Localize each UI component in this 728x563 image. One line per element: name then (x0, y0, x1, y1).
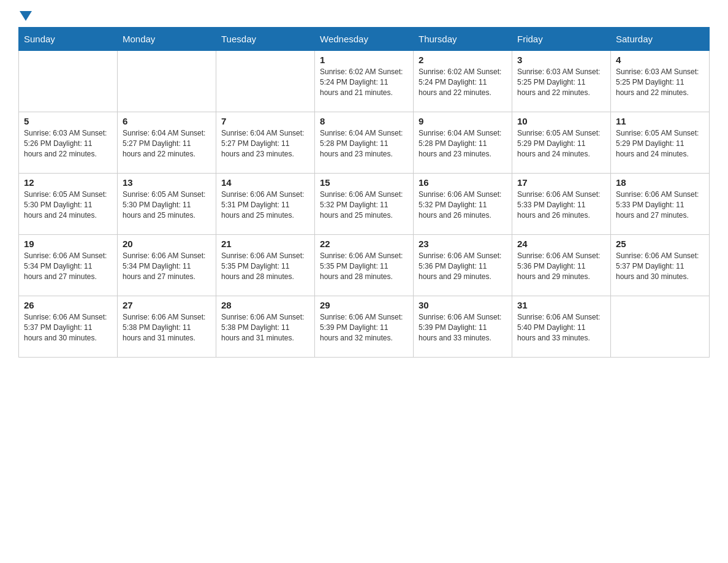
day-info: Sunrise: 6:06 AM Sunset: 5:39 PM Dayligh… (320, 312, 408, 343)
day-number: 21 (221, 239, 309, 249)
day-info: Sunrise: 6:05 AM Sunset: 5:30 PM Dayligh… (123, 190, 211, 220)
calendar-cell: 1Sunrise: 6:02 AM Sunset: 5:24 PM Daylig… (315, 51, 414, 112)
header-tuesday: Tuesday (216, 28, 315, 51)
day-number: 7 (221, 116, 309, 126)
day-number: 26 (24, 300, 112, 310)
calendar-week-row: 1Sunrise: 6:02 AM Sunset: 5:24 PM Daylig… (19, 51, 710, 112)
day-number: 1 (320, 55, 408, 65)
calendar-cell: 30Sunrise: 6:06 AM Sunset: 5:39 PM Dayli… (414, 296, 512, 358)
day-number: 20 (123, 239, 211, 249)
day-info: Sunrise: 6:06 AM Sunset: 5:32 PM Dayligh… (419, 190, 507, 220)
calendar-cell: 16Sunrise: 6:06 AM Sunset: 5:32 PM Dayli… (414, 174, 512, 235)
day-info: Sunrise: 6:06 AM Sunset: 5:34 PM Dayligh… (123, 251, 211, 282)
day-number: 22 (320, 239, 408, 249)
day-number: 17 (517, 177, 605, 188)
calendar-cell: 18Sunrise: 6:06 AM Sunset: 5:33 PM Dayli… (611, 174, 710, 235)
calendar-cell: 21Sunrise: 6:06 AM Sunset: 5:35 PM Dayli… (216, 235, 315, 296)
day-info: Sunrise: 6:04 AM Sunset: 5:27 PM Dayligh… (221, 128, 309, 159)
day-number: 25 (616, 239, 704, 249)
day-number: 18 (616, 177, 704, 188)
day-number: 28 (221, 300, 309, 310)
day-info: Sunrise: 6:06 AM Sunset: 5:31 PM Dayligh… (221, 190, 309, 220)
day-number: 19 (24, 239, 112, 249)
day-number: 11 (616, 116, 704, 126)
day-number: 6 (123, 116, 211, 126)
calendar-cell: 23Sunrise: 6:06 AM Sunset: 5:36 PM Dayli… (414, 235, 512, 296)
day-number: 5 (24, 116, 112, 126)
day-info: Sunrise: 6:05 AM Sunset: 5:29 PM Dayligh… (517, 128, 605, 159)
calendar-cell: 8Sunrise: 6:04 AM Sunset: 5:28 PM Daylig… (315, 112, 414, 174)
day-info: Sunrise: 6:04 AM Sunset: 5:28 PM Dayligh… (320, 128, 408, 159)
day-info: Sunrise: 6:03 AM Sunset: 5:25 PM Dayligh… (616, 67, 704, 98)
day-info: Sunrise: 6:06 AM Sunset: 5:38 PM Dayligh… (123, 312, 211, 343)
calendar-cell: 3Sunrise: 6:03 AM Sunset: 5:25 PM Daylig… (512, 51, 611, 112)
day-number: 2 (419, 55, 507, 65)
day-info: Sunrise: 6:06 AM Sunset: 5:39 PM Dayligh… (419, 312, 507, 343)
day-info: Sunrise: 6:05 AM Sunset: 5:29 PM Dayligh… (616, 128, 704, 159)
day-info: Sunrise: 6:03 AM Sunset: 5:26 PM Dayligh… (24, 128, 112, 159)
header-thursday: Thursday (414, 28, 512, 51)
day-number: 16 (419, 177, 507, 188)
calendar-cell (611, 296, 710, 358)
day-info: Sunrise: 6:05 AM Sunset: 5:30 PM Dayligh… (24, 190, 112, 220)
calendar-cell: 6Sunrise: 6:04 AM Sunset: 5:27 PM Daylig… (118, 112, 216, 174)
header-monday: Monday (118, 28, 216, 51)
calendar-cell: 26Sunrise: 6:06 AM Sunset: 5:37 PM Dayli… (19, 296, 118, 358)
calendar-week-row: 19Sunrise: 6:06 AM Sunset: 5:34 PM Dayli… (19, 235, 710, 296)
logo-triangle-icon (20, 11, 32, 21)
header-sunday: Sunday (19, 28, 118, 51)
day-number: 30 (419, 300, 507, 310)
day-info: Sunrise: 6:03 AM Sunset: 5:25 PM Dayligh… (517, 67, 605, 98)
calendar-cell: 9Sunrise: 6:04 AM Sunset: 5:28 PM Daylig… (414, 112, 512, 174)
day-info: Sunrise: 6:04 AM Sunset: 5:28 PM Dayligh… (419, 128, 507, 159)
calendar-cell: 28Sunrise: 6:06 AM Sunset: 5:38 PM Dayli… (216, 296, 315, 358)
calendar-cell (19, 51, 118, 112)
day-number: 23 (419, 239, 507, 249)
day-info: Sunrise: 6:06 AM Sunset: 5:36 PM Dayligh… (517, 251, 605, 282)
day-number: 9 (419, 116, 507, 126)
calendar-cell: 2Sunrise: 6:02 AM Sunset: 5:24 PM Daylig… (414, 51, 512, 112)
page-header (18, 12, 710, 21)
calendar-week-row: 5Sunrise: 6:03 AM Sunset: 5:26 PM Daylig… (19, 112, 710, 174)
calendar-cell (216, 51, 315, 112)
calendar-table: Sunday Monday Tuesday Wednesday Thursday… (18, 27, 710, 358)
day-number: 24 (517, 239, 605, 249)
day-info: Sunrise: 6:06 AM Sunset: 5:35 PM Dayligh… (320, 251, 408, 282)
calendar-cell: 22Sunrise: 6:06 AM Sunset: 5:35 PM Dayli… (315, 235, 414, 296)
calendar-cell: 11Sunrise: 6:05 AM Sunset: 5:29 PM Dayli… (611, 112, 710, 174)
calendar-cell (118, 51, 216, 112)
calendar-cell: 7Sunrise: 6:04 AM Sunset: 5:27 PM Daylig… (216, 112, 315, 174)
header-friday: Friday (512, 28, 611, 51)
calendar-cell: 24Sunrise: 6:06 AM Sunset: 5:36 PM Dayli… (512, 235, 611, 296)
day-number: 3 (517, 55, 605, 65)
calendar-cell: 20Sunrise: 6:06 AM Sunset: 5:34 PM Dayli… (118, 235, 216, 296)
day-number: 13 (123, 177, 211, 188)
calendar-cell: 19Sunrise: 6:06 AM Sunset: 5:34 PM Dayli… (19, 235, 118, 296)
header-saturday: Saturday (611, 28, 710, 51)
day-info: Sunrise: 6:06 AM Sunset: 5:32 PM Dayligh… (320, 190, 408, 220)
day-number: 27 (123, 300, 211, 310)
calendar-cell: 5Sunrise: 6:03 AM Sunset: 5:26 PM Daylig… (19, 112, 118, 174)
day-info: Sunrise: 6:06 AM Sunset: 5:38 PM Dayligh… (221, 312, 309, 343)
calendar-cell: 17Sunrise: 6:06 AM Sunset: 5:33 PM Dayli… (512, 174, 611, 235)
calendar-cell: 4Sunrise: 6:03 AM Sunset: 5:25 PM Daylig… (611, 51, 710, 112)
day-number: 31 (517, 300, 605, 310)
logo (18, 12, 32, 21)
calendar-cell: 14Sunrise: 6:06 AM Sunset: 5:31 PM Dayli… (216, 174, 315, 235)
day-info: Sunrise: 6:06 AM Sunset: 5:36 PM Dayligh… (419, 251, 507, 282)
day-number: 12 (24, 177, 112, 188)
logo-text (18, 12, 32, 21)
day-number: 10 (517, 116, 605, 126)
day-number: 4 (616, 55, 704, 65)
day-number: 14 (221, 177, 309, 188)
day-number: 29 (320, 300, 408, 310)
calendar-header-row: Sunday Monday Tuesday Wednesday Thursday… (19, 28, 710, 51)
calendar-cell: 25Sunrise: 6:06 AM Sunset: 5:37 PM Dayli… (611, 235, 710, 296)
day-info: Sunrise: 6:06 AM Sunset: 5:37 PM Dayligh… (24, 312, 112, 343)
day-info: Sunrise: 6:06 AM Sunset: 5:37 PM Dayligh… (616, 251, 704, 282)
day-info: Sunrise: 6:06 AM Sunset: 5:33 PM Dayligh… (616, 190, 704, 220)
day-info: Sunrise: 6:02 AM Sunset: 5:24 PM Dayligh… (320, 67, 408, 98)
calendar-cell: 27Sunrise: 6:06 AM Sunset: 5:38 PM Dayli… (118, 296, 216, 358)
day-info: Sunrise: 6:06 AM Sunset: 5:34 PM Dayligh… (24, 251, 112, 282)
calendar-cell: 31Sunrise: 6:06 AM Sunset: 5:40 PM Dayli… (512, 296, 611, 358)
